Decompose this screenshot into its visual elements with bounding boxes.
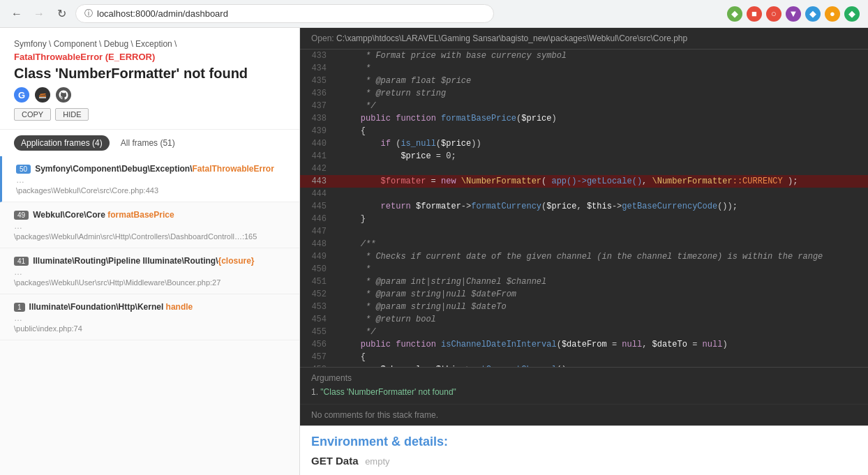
- argument-value: "Class 'NumberFormatter' not found": [320, 387, 456, 397]
- hide-button[interactable]: HIDE: [55, 108, 89, 121]
- svg-rect-0: [39, 96, 46, 97]
- back-button[interactable]: ←: [8, 6, 25, 22]
- open-label: Open:: [311, 33, 334, 43]
- code-line: 454 * @return bool: [300, 313, 868, 326]
- line-content: */: [335, 326, 868, 338]
- frame-file: \packages\Webkul\Core\src\Core.php:443: [16, 186, 285, 195]
- stackoverflow-icon[interactable]: [35, 87, 50, 103]
- browser-actions: ◆ ■ ○ ▼ ◆ ● ◆: [727, 6, 860, 22]
- frame-item[interactable]: 41Illuminate\Routing\Pipeline Illuminate…: [0, 248, 299, 294]
- line-content: * @param string|null $dateTo: [335, 301, 868, 313]
- code-line: 453 * @param string|null $dateTo: [300, 301, 868, 313]
- frame-method: formatBasePrice: [107, 210, 174, 220]
- line-number: 434: [300, 62, 335, 75]
- frame-item[interactable]: 49Webkul\Core\Core formatBasePrice…\pack…: [0, 202, 299, 248]
- code-line: 433 * Format price with base currency sy…: [300, 50, 868, 62]
- code-line: 440 if (is_null($price)): [300, 137, 868, 150]
- get-data-row: GET Data empty: [311, 455, 857, 467]
- main-layout: Symfony \ Component \ Debug \ Exception …: [0, 28, 868, 475]
- frame-file: \packages\Webkul\User\src\Http\Middlewar…: [14, 278, 285, 287]
- frame-file: \public\index.php:74: [14, 324, 285, 333]
- line-number: 433: [300, 50, 335, 62]
- frame-item[interactable]: 1Illuminate\Foundation\Http\Kernel handl…: [0, 294, 299, 340]
- frame-number: 49: [14, 211, 29, 220]
- argument-number: 1.: [311, 387, 318, 397]
- extension-icon-5[interactable]: ◆: [805, 6, 821, 22]
- line-content: * @param float $price: [335, 75, 868, 87]
- error-icons: G: [14, 87, 285, 103]
- line-number: 439: [300, 125, 335, 137]
- line-number: 438: [300, 112, 335, 125]
- code-line: 441 $price = 0;: [300, 150, 868, 163]
- line-number: 436: [300, 87, 335, 100]
- frames-list[interactable]: 50Symfony\Component\Debug\Exception\Fata…: [0, 156, 299, 475]
- code-line: 452 * @param string|null $dateFrom: [300, 288, 868, 301]
- code-line: 438 public function formatBasePrice($pri…: [300, 112, 868, 125]
- frame-file: \packages\Webkul\Admin\src\Http\Controll…: [14, 232, 285, 241]
- line-number: 440: [300, 137, 335, 150]
- extension-icon-4[interactable]: ▼: [786, 6, 801, 22]
- frame-class: Illuminate\Foundation\Http\Kernel: [29, 302, 166, 312]
- right-panel: Open: C:\xampp\htdocs\LARAVEL\Gaming San…: [300, 28, 868, 475]
- frame-dots: …: [16, 175, 285, 185]
- error-breadcrumb: Symfony \ Component \ Debug \ Exception …: [14, 39, 285, 49]
- line-content: * @param int|string|Channel $channel: [335, 276, 868, 288]
- svg-rect-1: [39, 97, 46, 98]
- code-line: 439 {: [300, 125, 868, 137]
- app-frames-tab[interactable]: Application frames (4): [14, 135, 110, 151]
- environment-title: Environment & details:: [311, 435, 857, 449]
- argument-item: 1. "Class 'NumberFormatter' not found": [311, 386, 857, 398]
- address-bar[interactable]: ⓘ localhost:8000/admin/dashboard: [75, 4, 494, 23]
- line-content: return $formater->formatCurrency($price,…: [335, 200, 868, 213]
- frame-item[interactable]: 50Symfony\Component\Debug\Exception\Fata…: [0, 156, 299, 202]
- extension-icon-6[interactable]: ●: [825, 6, 840, 22]
- extension-icon-7[interactable]: ◆: [844, 6, 860, 22]
- line-content: * Checks if current date of the given ch…: [335, 250, 868, 263]
- code-line: 449 * Checks if current date of the give…: [300, 250, 868, 263]
- frame-number: 50: [16, 165, 31, 174]
- line-content: }: [335, 213, 868, 225]
- line-content: {: [335, 351, 868, 363]
- line-content: [335, 188, 868, 200]
- code-area[interactable]: 433 * Format price with base currency sy…: [300, 50, 868, 367]
- frame-class: Webkul\Core\Core: [33, 210, 107, 220]
- google-icon[interactable]: G: [14, 87, 29, 103]
- lock-icon: ⓘ: [84, 8, 93, 20]
- all-frames-tab[interactable]: All frames (51): [114, 135, 182, 151]
- line-number: 443: [300, 175, 335, 188]
- frame-method: handle: [166, 302, 193, 312]
- frame-number: 41: [14, 257, 29, 266]
- github-icon[interactable]: [56, 87, 71, 103]
- code-line: 434 *: [300, 62, 868, 75]
- code-line: 448 /**: [300, 238, 868, 250]
- line-number: 445: [300, 200, 335, 213]
- line-content: */: [335, 100, 868, 112]
- code-line: 443 $formater = new \NumberFormatter( ap…: [300, 175, 868, 188]
- line-content: *: [335, 62, 868, 75]
- frame-dots: …: [14, 267, 285, 277]
- code-line: 444: [300, 188, 868, 200]
- extension-icon-2[interactable]: ■: [747, 6, 762, 22]
- error-header: Symfony \ Component \ Debug \ Exception …: [0, 28, 299, 130]
- reload-button[interactable]: ↻: [53, 6, 70, 22]
- error-message: Class 'NumberFormatter' not found: [14, 65, 285, 82]
- forward-button[interactable]: →: [31, 6, 47, 22]
- code-line: 450 *: [300, 263, 868, 276]
- get-data-empty: empty: [365, 456, 389, 467]
- code-line: 445 return $formater->formatCurrency($pr…: [300, 200, 868, 213]
- frame-class: Symfony\Component\Debug\Exception\: [35, 164, 192, 174]
- svg-rect-2: [40, 93, 45, 95]
- extension-icon-3[interactable]: ○: [766, 6, 781, 22]
- extension-icon-1[interactable]: ◆: [727, 6, 742, 22]
- file-path: C:\xampp\htdocs\LARAVEL\Gaming Sansar\ba…: [336, 33, 687, 43]
- line-number: 449: [300, 250, 335, 263]
- code-line: 442: [300, 163, 868, 175]
- url-text: localhost:8000/admin/dashboard: [97, 8, 228, 19]
- copy-button[interactable]: COPY: [14, 108, 51, 121]
- frame-tabs: Application frames (4) All frames (51): [0, 130, 299, 156]
- frame-number: 1: [14, 303, 25, 312]
- browser-chrome: ← → ↻ ⓘ localhost:8000/admin/dashboard ◆…: [0, 0, 868, 28]
- line-content: * @return string: [335, 87, 868, 100]
- frame-class: Illuminate\Routing\Pipeline Illuminate\R…: [33, 256, 218, 266]
- line-number: 455: [300, 326, 335, 338]
